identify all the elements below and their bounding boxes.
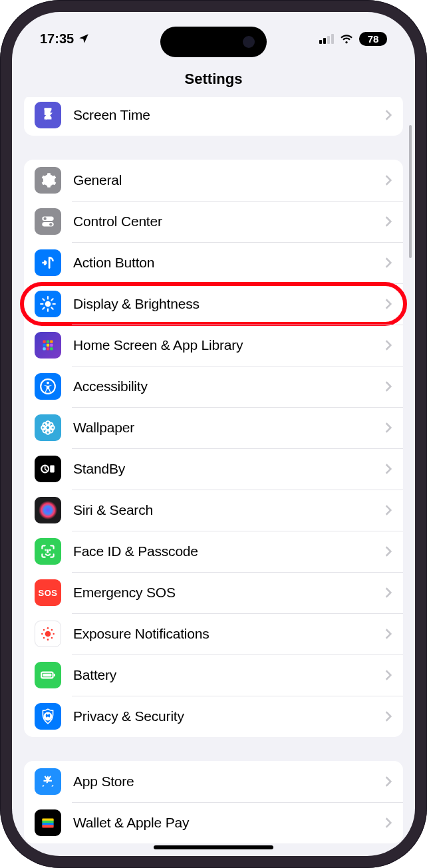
action-button-icon: [35, 249, 61, 276]
svg-point-4: [45, 301, 51, 307]
row-label: Wallet & Apple Pay: [73, 815, 384, 831]
siri-icon: [35, 497, 61, 523]
row-label: Screen Time: [73, 107, 384, 123]
standby-icon: [35, 456, 61, 482]
row-wallet-apple-pay[interactable]: Wallet & Apple Pay: [24, 802, 403, 843]
chevron-icon: [384, 587, 392, 599]
row-action-button[interactable]: Action Button: [24, 242, 403, 283]
screen: 17:35 78 Settings: [12, 12, 415, 856]
row-label: Battery: [73, 667, 384, 683]
chevron-icon: [384, 339, 392, 351]
settings-group: General Control Center Action Button: [24, 160, 403, 737]
row-label: Home Screen & App Library: [73, 337, 384, 353]
svg-line-12: [51, 299, 53, 300]
settings-group: App Store Wallet & Apple Pay: [24, 761, 403, 843]
row-emergency-sos[interactable]: SOS Emergency SOS: [24, 572, 403, 613]
settings-list[interactable]: Screen Time General Control: [12, 97, 415, 856]
chevron-icon: [384, 174, 392, 186]
wifi-icon: [339, 31, 354, 46]
chevron-icon: [384, 504, 392, 516]
row-general[interactable]: General: [24, 160, 403, 201]
svg-rect-48: [43, 674, 51, 676]
row-standby[interactable]: StandBy: [24, 448, 403, 490]
battery-settings-icon: [35, 662, 61, 688]
svg-point-35: [39, 501, 57, 519]
svg-point-42: [53, 633, 55, 635]
svg-rect-49: [54, 674, 55, 676]
row-label: StandBy: [73, 461, 384, 477]
cellular-icon: [319, 33, 334, 44]
clock: 17:35: [40, 31, 74, 47]
svg-point-38: [45, 631, 51, 637]
row-face-id[interactable]: Face ID & Passcode: [24, 531, 403, 572]
row-siri-search[interactable]: Siri & Search: [24, 490, 403, 531]
general-icon: [35, 167, 61, 194]
row-label: Display & Brightness: [73, 296, 384, 312]
row-label: Control Center: [73, 214, 384, 229]
row-exposure-notifications[interactable]: Exposure Notifications: [24, 613, 403, 654]
svg-point-40: [47, 639, 49, 641]
chevron-icon: [384, 257, 392, 269]
svg-point-36: [45, 549, 46, 550]
svg-rect-20: [47, 347, 49, 350]
device-frame: 17:35 78 Settings: [0, 0, 427, 868]
row-label: Privacy & Security: [73, 708, 384, 724]
row-label: Wallpaper: [73, 420, 384, 436]
svg-rect-13: [43, 340, 45, 343]
settings-group: Screen Time: [24, 97, 403, 136]
chevron-icon: [384, 710, 392, 722]
chevron-icon: [384, 463, 392, 475]
svg-point-43: [43, 629, 45, 631]
svg-point-39: [47, 627, 49, 629]
svg-point-44: [51, 637, 53, 639]
page-title: Settings: [12, 52, 415, 97]
svg-line-9: [43, 299, 44, 300]
chevron-icon: [384, 109, 392, 121]
chevron-icon: [384, 545, 392, 557]
svg-line-11: [43, 307, 44, 309]
chevron-icon: [384, 628, 392, 640]
svg-rect-21: [50, 347, 53, 350]
location-icon: [78, 33, 90, 45]
svg-line-10: [51, 307, 53, 309]
row-control-center[interactable]: Control Center: [24, 201, 403, 242]
battery-icon: 78: [359, 32, 387, 46]
row-accessibility[interactable]: Accessibility: [24, 366, 403, 407]
chevron-icon: [384, 669, 392, 681]
wallpaper-icon: [35, 414, 61, 441]
row-home-screen[interactable]: Home Screen & App Library: [24, 325, 403, 366]
row-battery[interactable]: Battery: [24, 654, 403, 696]
row-display-brightness[interactable]: Display & Brightness: [24, 283, 403, 325]
row-label: General: [73, 172, 384, 188]
display-brightness-icon: [35, 291, 61, 317]
row-screen-time[interactable]: Screen Time: [24, 97, 403, 136]
row-label: Action Button: [73, 255, 384, 271]
face-id-icon: [35, 538, 61, 565]
row-privacy-security[interactable]: Privacy & Security: [24, 696, 403, 737]
svg-point-50: [44, 712, 53, 721]
svg-rect-18: [50, 344, 53, 347]
row-label: App Store: [73, 774, 384, 790]
chevron-icon: [384, 776, 392, 788]
svg-rect-54: [42, 825, 53, 827]
home-indicator[interactable]: [154, 845, 273, 849]
svg-rect-17: [47, 344, 49, 347]
chevron-icon: [384, 422, 392, 434]
svg-rect-15: [50, 340, 53, 343]
chevron-icon: [384, 216, 392, 227]
scroll-indicator[interactable]: [409, 125, 412, 258]
chevron-icon: [384, 380, 392, 392]
row-app-store[interactable]: App Store: [24, 761, 403, 802]
row-label: Accessibility: [73, 378, 384, 394]
row-label: Siri & Search: [73, 502, 384, 518]
app-store-icon: [35, 768, 61, 795]
svg-rect-16: [43, 344, 45, 347]
screen-time-icon: [35, 102, 61, 128]
row-wallpaper[interactable]: Wallpaper: [24, 407, 403, 448]
wallet-icon: [35, 809, 61, 836]
chevron-icon: [384, 817, 392, 829]
dynamic-island: [160, 27, 267, 57]
svg-point-41: [41, 633, 43, 635]
svg-rect-14: [47, 340, 49, 343]
svg-point-37: [50, 549, 51, 550]
